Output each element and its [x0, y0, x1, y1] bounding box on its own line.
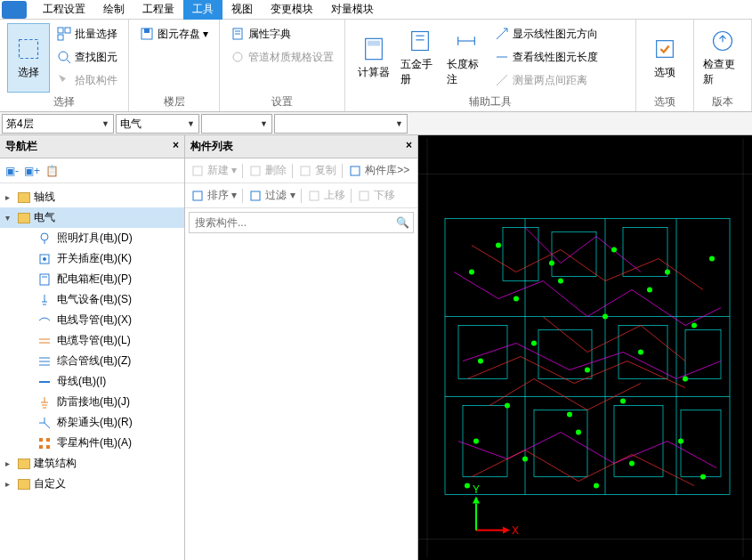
menu-工程量[interactable]: 工程量 — [133, 0, 183, 20]
search-input[interactable] — [190, 213, 392, 232]
box-icon — [37, 272, 52, 287]
svg-point-64 — [469, 270, 474, 275]
calculator-button[interactable]: 计算器 — [352, 23, 395, 93]
svg-point-70 — [478, 359, 483, 364]
element-save-button[interactable]: 图元存盘 ▾ — [136, 23, 212, 45]
expand-icon[interactable]: ▣+ — [24, 165, 40, 177]
bulb-icon — [37, 231, 52, 246]
svg-text:X: X — [512, 524, 519, 537]
svg-rect-40 — [310, 191, 319, 200]
tool-复制: 复制 — [298, 163, 336, 178]
length-dim-button[interactable]: 长度标注 — [445, 23, 488, 93]
menu-变更模块[interactable]: 变更模块 — [262, 0, 322, 20]
svg-point-88 — [465, 483, 470, 489]
close-icon[interactable]: × — [406, 139, 412, 154]
floor-combo[interactable]: 第4层▼ — [2, 114, 114, 134]
tree-child-综合管线(电)(Z)[interactable]: 综合管线(电)(Z) — [0, 351, 184, 371]
tree-node-轴线[interactable]: ▸轴线 — [0, 187, 184, 207]
expand-icon[interactable]: ▸ — [5, 459, 14, 468]
tree-node-建筑结构[interactable]: ▸建筑结构 — [0, 453, 184, 474]
tool-构件库>>[interactable]: 构件库>> — [348, 163, 409, 178]
attr-dict-button[interactable]: 属性字典 — [227, 23, 337, 45]
svg-text:Y: Y — [473, 483, 480, 496]
svg-point-84 — [709, 256, 715, 262]
menu-视图[interactable]: 视图 — [222, 0, 262, 20]
search-icon[interactable]: 🔍 — [392, 213, 413, 232]
collapse-icon[interactable]: ▣- — [5, 165, 19, 177]
tree-child-零星构件(电)(A)[interactable]: 零星构件(电)(A) — [0, 433, 184, 453]
filter-bar: 第4层▼ 电气▼ ▼ ▼ — [0, 112, 752, 135]
drawing-canvas[interactable]: X Y — [418, 135, 752, 560]
svg-point-76 — [522, 457, 528, 462]
hardware-manual-button[interactable]: 五金手册 — [399, 23, 441, 93]
select-button[interactable]: 选择 — [7, 23, 50, 93]
component-panel: 构件列表× 新建 ▾删除复制构件库>> 排序 ▾过滤 ▾上移下移 🔍 — [185, 135, 418, 560]
comp-title-bar: 构件列表× — [185, 135, 417, 158]
options-button[interactable]: 选项 — [643, 23, 686, 93]
svg-rect-27 — [40, 274, 49, 285]
tree-child-开关插座(电)(K)[interactable]: 开关插座(电)(K) — [0, 248, 184, 269]
svg-rect-3 — [58, 35, 63, 40]
tree-node-电气[interactable]: ▾电气 — [0, 207, 184, 228]
pick-component-button: 拾取构件 — [53, 69, 121, 91]
nav-title-bar: 导航栏× — [0, 135, 184, 158]
expand-icon[interactable]: ▸ — [5, 479, 14, 489]
tool-排序 ▾[interactable]: 排序 ▾ — [190, 188, 237, 203]
tree-child-配电箱柜(电)(P)[interactable]: 配电箱柜(电)(P) — [0, 269, 184, 289]
nav-panel: 导航栏× ▣- ▣+ 📋 ▸轴线▾电气照明灯具(电)(D)开关插座(电)(K)配… — [0, 135, 185, 560]
tree-child-电缆导管(电)(L)[interactable]: 电缆导管(电)(L) — [0, 330, 184, 351]
tree-child-桥架通头(电)(R)[interactable]: 桥架通头(电)(R) — [0, 412, 184, 433]
tree-child-照明灯具(电)(D)[interactable]: 照明灯具(电)(D) — [0, 228, 184, 248]
svg-rect-13 — [368, 40, 380, 45]
menu-对量模块[interactable]: 对量模块 — [322, 0, 383, 20]
svg-rect-34 — [193, 166, 202, 175]
svg-point-89 — [594, 483, 599, 489]
menu-工程设置[interactable]: 工程设置 — [34, 0, 94, 20]
show-direction-button[interactable]: 显示线性图元方向 — [491, 23, 602, 45]
tree-node-自定义[interactable]: ▸自定义 — [0, 474, 184, 494]
nav-tree: ▸轴线▾电气照明灯具(电)(D)开关插座(电)(K)配电箱柜(电)(P)电气设备… — [0, 183, 184, 560]
tree-child-防雷接地(电)(J)[interactable]: 防雷接地(电)(J) — [0, 392, 184, 412]
refresh-icon[interactable]: 📋 — [45, 165, 59, 177]
tool-过滤 ▾[interactable]: 过滤 ▾ — [248, 188, 295, 203]
svg-point-85 — [505, 403, 510, 409]
folder-icon — [18, 213, 30, 223]
close-icon[interactable]: × — [173, 139, 179, 154]
svg-point-67 — [602, 314, 608, 320]
main: 导航栏× ▣- ▣+ 📋 ▸轴线▾电气照明灯具(电)(D)开关插座(电)(K)配… — [0, 135, 752, 560]
tree-child-电线导管(电)(X)[interactable]: 电线导管(电)(X) — [0, 310, 184, 330]
svg-point-23 — [41, 233, 48, 240]
find-element-button[interactable]: 查找图元 — [53, 46, 121, 68]
batch-select-button[interactable]: 批量选择 — [53, 23, 121, 45]
svg-rect-1 — [58, 28, 63, 33]
menu-绘制[interactable]: 绘制 — [94, 0, 133, 20]
tool-删除: 删除 — [248, 163, 287, 178]
view-length-button[interactable]: 查看线性图元长度 — [491, 46, 602, 68]
menubar: 工程设置绘制工程量工具视图变更模块对量模块 — [0, 0, 752, 20]
search-box: 🔍 — [189, 212, 414, 233]
tool-上移: 上移 — [307, 188, 345, 203]
sub2-combo[interactable]: ▼ — [274, 114, 408, 134]
svg-point-82 — [611, 248, 617, 253]
expand-icon[interactable]: ▸ — [5, 192, 14, 202]
tree-child-电气设备(电)(S)[interactable]: 电气设备(电)(S) — [0, 289, 184, 310]
svg-rect-2 — [65, 28, 70, 33]
menu-工具[interactable]: 工具 — [183, 0, 222, 20]
tree-child-母线(电)(I)[interactable]: 母线(电)(I) — [0, 371, 184, 392]
category-combo[interactable]: 电气▼ — [116, 114, 199, 134]
check-update-button[interactable]: 检查更新 — [701, 23, 744, 93]
ground-icon — [37, 395, 52, 410]
ribbon-group-aux: 计算器 五金手册 长度标注 显示线性图元方向 查看线性图元长度 测量两点间距离 … — [345, 20, 636, 111]
ribbon-group-floor: 图元存盘 ▾ 楼层 — [129, 20, 220, 111]
switch-icon — [37, 252, 52, 266]
svg-rect-32 — [39, 445, 43, 449]
joint-icon — [37, 416, 52, 430]
chevron-down-icon: ▼ — [101, 119, 109, 128]
folder-icon — [18, 479, 30, 490]
ribbon-group-setting: 属性字典 管道材质规格设置 设置 — [220, 20, 345, 111]
collapse-icon[interactable]: ▾ — [5, 213, 14, 223]
chevron-down-icon: ▼ — [187, 119, 195, 128]
sub1-combo[interactable]: ▼ — [201, 114, 272, 134]
svg-point-4 — [59, 52, 68, 61]
svg-point-68 — [647, 288, 652, 293]
